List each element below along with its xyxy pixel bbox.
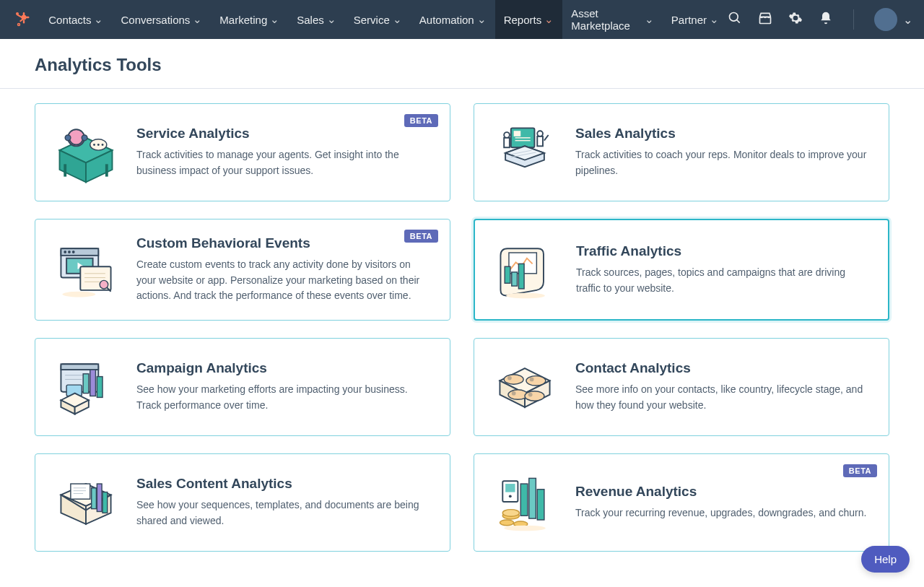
page-title: Analytics Tools (35, 55, 889, 75)
svg-rect-5 (17, 14, 22, 18)
page-header: Analytics Tools (0, 39, 924, 89)
svg-point-64 (526, 376, 546, 386)
card-custom-behavioral-events[interactable]: BETA Custom Behavioral Events Create cus… (35, 219, 450, 321)
card-contact-analytics[interactable]: Contact Analytics See more info on your … (474, 338, 889, 436)
svg-point-68 (525, 391, 544, 401)
card-title: Campaign Analytics (136, 360, 430, 376)
card-sales-content-analytics[interactable]: Sales Content Analytics See how your seq… (35, 453, 450, 552)
svg-point-27 (504, 132, 510, 138)
nav-label: Marketing (219, 14, 267, 26)
gear-icon[interactable] (788, 11, 803, 28)
svg-point-87 (504, 526, 546, 531)
svg-rect-80 (520, 484, 528, 516)
nav-service[interactable]: Service⌄ (345, 0, 411, 39)
card-description: Track your recurring revenue, upgrades, … (575, 505, 868, 521)
nav-contacts[interactable]: Contacts⌄ (40, 0, 112, 39)
nav-divider (853, 9, 854, 30)
chevron-down-icon: ⌄ (645, 13, 654, 26)
illustration-service (51, 120, 121, 185)
illustration-events (51, 238, 121, 303)
card-revenue-analytics[interactable]: BETA Revenue Analytics Track your recurr… (474, 453, 889, 552)
svg-point-37 (68, 251, 71, 253)
svg-rect-28 (504, 138, 510, 147)
card-title: Custom Behavioral Events (136, 235, 430, 251)
svg-rect-51 (518, 264, 524, 289)
svg-rect-30 (537, 136, 543, 146)
card-description: See how your marketing efforts are impac… (136, 382, 430, 413)
help-button[interactable]: Help (861, 546, 910, 573)
chevron-down-icon: ⌄ (327, 13, 336, 26)
svg-rect-24 (514, 131, 521, 136)
svg-point-38 (72, 251, 75, 253)
nav-label: Automation (419, 14, 474, 26)
svg-rect-74 (92, 488, 97, 509)
svg-point-47 (62, 291, 95, 297)
svg-point-20 (93, 144, 95, 146)
svg-point-67 (512, 391, 516, 396)
cards-grid: BETA Service Analytics Track activities … (0, 89, 924, 581)
card-title: Sales Analytics (575, 126, 868, 142)
svg-point-22 (102, 144, 104, 146)
card-title: Service Analytics (136, 126, 430, 142)
svg-rect-81 (529, 478, 536, 518)
nav-label: Asset Marketplace (571, 7, 642, 32)
nav-marketing[interactable]: Marketing⌄ (211, 0, 288, 39)
nav-label: Reports (504, 14, 542, 26)
card-title: Traffic Analytics (576, 243, 868, 259)
svg-rect-54 (61, 364, 98, 370)
illustration-sales-content (51, 470, 121, 535)
svg-line-9 (737, 20, 740, 23)
illustration-campaign (51, 355, 121, 419)
svg-point-85 (500, 520, 513, 526)
marketplace-icon[interactable] (758, 11, 772, 28)
account-menu[interactable]: ⌄ (874, 8, 912, 31)
svg-rect-82 (537, 490, 544, 520)
nav-label: Contacts (48, 14, 91, 26)
card-traffic-analytics[interactable]: Traffic Analytics Track sources, pages, … (474, 219, 889, 321)
nav-conversations[interactable]: Conversations⌄ (112, 0, 211, 39)
chevron-down-icon: ⌄ (94, 13, 103, 26)
svg-rect-76 (103, 492, 108, 513)
svg-rect-78 (505, 484, 515, 492)
beta-badge: BETA (843, 464, 877, 477)
nav-items: Contacts⌄ Conversations⌄ Marketing⌄ Sale… (40, 0, 728, 39)
svg-point-8 (730, 13, 738, 22)
svg-rect-59 (97, 377, 103, 398)
svg-point-17 (65, 135, 71, 141)
nav-reports[interactable]: Reports⌄ (495, 0, 563, 39)
card-description: See more info on your contacts, like cou… (575, 382, 868, 413)
nav-asset-marketplace[interactable]: Asset Marketplace⌄ (562, 0, 663, 39)
card-description: Track sources, pages, topics and campaig… (576, 265, 868, 296)
svg-point-18 (82, 135, 87, 141)
chevron-down-icon: ⌄ (544, 13, 554, 26)
nav-label: Service (354, 14, 390, 26)
svg-rect-57 (83, 374, 89, 393)
svg-rect-70 (71, 484, 90, 499)
nav-label: Sales (297, 14, 324, 26)
card-sales-analytics[interactable]: Sales Analytics Track activities to coac… (474, 103, 889, 201)
card-campaign-analytics[interactable]: Campaign Analytics See how your marketin… (35, 338, 450, 436)
hubspot-logo[interactable] (12, 9, 31, 30)
bell-icon[interactable] (819, 11, 833, 28)
nav-automation[interactable]: Automation⌄ (411, 0, 495, 39)
svg-point-6 (17, 24, 19, 26)
nav-partner[interactable]: Partner⌄ (663, 0, 728, 39)
card-title: Contact Analytics (575, 360, 868, 376)
chevron-down-icon: ⌄ (710, 13, 719, 26)
help-label: Help (874, 553, 897, 565)
svg-rect-58 (90, 370, 96, 396)
card-description: Track activities to manage your agents. … (136, 147, 430, 178)
svg-point-65 (530, 378, 534, 382)
search-icon[interactable] (728, 11, 742, 28)
chevron-down-icon: ⌄ (270, 13, 279, 26)
chevron-down-icon: ⌄ (393, 13, 402, 26)
nav-sales[interactable]: Sales⌄ (288, 0, 345, 39)
svg-rect-14 (64, 164, 66, 176)
nav-label: Partner (671, 14, 707, 26)
chevron-down-icon: ⌄ (903, 13, 912, 27)
illustration-sales (490, 120, 559, 185)
svg-point-29 (537, 131, 543, 136)
svg-point-62 (504, 375, 523, 384)
card-service-analytics[interactable]: BETA Service Analytics Track activities … (35, 103, 450, 201)
svg-point-84 (502, 510, 519, 517)
